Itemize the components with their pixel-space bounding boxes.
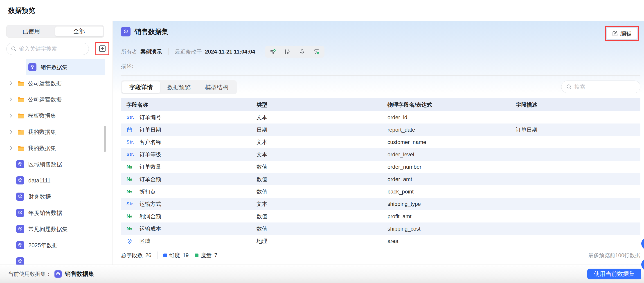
tree-item-dataset[interactable]: 区域销售数据 [0, 156, 112, 172]
field-physical: shipping_type [382, 198, 510, 210]
table-row[interactable]: 区域 地理 area [121, 235, 640, 247]
edit-button[interactable]: 编辑 [607, 28, 637, 39]
chevron-right-icon [8, 96, 14, 102]
field-desc [510, 235, 640, 247]
table-row[interactable]: №折扣点 数值 back_point [121, 185, 640, 198]
table-row[interactable]: №运输成本 数值 shipping_cost [121, 222, 640, 235]
tab-field-details[interactable]: 字段详情 [122, 82, 160, 93]
field-physical: back_point [382, 185, 510, 198]
field-desc [510, 222, 640, 235]
field-search-input[interactable] [574, 84, 636, 90]
detail-tab-group: 字段详情 数据预览 模型结构 [121, 80, 237, 94]
use-current-dataset-button[interactable]: 使用当前数据集 [587, 268, 641, 280]
description-label: 描述: [121, 62, 134, 70]
sidebar-search-input[interactable] [19, 46, 84, 52]
comment-check-icon[interactable] [314, 48, 320, 55]
total-fields-value: 26 [145, 252, 152, 258]
modal-title: 数据预览 [8, 6, 35, 15]
tab-model-structure[interactable]: 模型结构 [198, 82, 236, 93]
field-physical: order_id [382, 111, 510, 124]
string-field-icon: Str. [126, 152, 136, 157]
tab-used[interactable]: 已使用 [8, 26, 55, 36]
add-dataset-button[interactable] [97, 44, 108, 54]
field-type: 文本 [251, 111, 382, 124]
tab-all[interactable]: 全部 [55, 26, 103, 36]
dimension-value: 19 [183, 252, 189, 258]
tree-item-label: data1111 [28, 177, 51, 184]
field-desc [510, 136, 640, 148]
string-field-icon: Str. [126, 201, 136, 206]
field-desc [510, 111, 640, 124]
field-name: 订单等级 [140, 151, 161, 158]
tree-item-dataset[interactable]: 2025年数据 [0, 237, 112, 253]
folder-icon [17, 145, 25, 152]
field-name: 订单日期 [140, 126, 161, 134]
tree-folder-label: 我的数据集 [28, 144, 56, 152]
col-field-name: 字段名称 [121, 98, 251, 111]
current-dataset-label: 当前使用数据集： [8, 270, 51, 278]
edit-pencil-icon [612, 30, 618, 37]
table-row[interactable]: №订单数量 数值 order_number [121, 160, 640, 173]
tree-item-dataset[interactable]: 常见问题数据集 [0, 221, 112, 237]
table-row[interactable]: №利润金额 数值 profit_amt [121, 210, 640, 222]
dimension-legend-swatch [163, 254, 167, 257]
field-name: 运输方式 [140, 200, 161, 208]
tree-item-dataset-clipped[interactable] [0, 253, 112, 264]
tree-item-sales-dataset[interactable]: 销售数据集 [26, 59, 105, 75]
field-name: 区域 [140, 238, 150, 245]
table-row[interactable]: №订单金额 数值 order_amt [121, 173, 640, 185]
field-physical: profit_amt [382, 210, 510, 222]
sidebar-search[interactable] [6, 43, 89, 55]
dataset-cube-icon [16, 209, 24, 217]
tree-folder-label: 我的数据集 [28, 128, 56, 136]
field-desc: 订单日期 [510, 124, 640, 136]
folder-icon [17, 128, 25, 135]
modal-header: 数据预览 [0, 0, 644, 21]
number-field-icon: № [126, 188, 136, 194]
table-row[interactable]: Str.客户名称 文本 customer_name [121, 136, 640, 148]
table-row[interactable]: Str.运输方式 文本 shipping_type [121, 198, 640, 210]
field-type: 数值 [251, 185, 382, 198]
field-type: 数值 [251, 222, 382, 235]
tree-folder[interactable]: 我的数据集 [0, 140, 112, 156]
bottom-action-bar: 当前使用数据集： 销售数据集 使用当前数据集 [0, 264, 644, 283]
tree-folder[interactable]: 公司运营数据 [0, 91, 112, 108]
tree-folder[interactable]: 公司运营数据 [0, 75, 112, 91]
table-row[interactable]: 订单日期 日期 report_date 订单日期 [121, 124, 640, 136]
square-plus-icon [98, 44, 106, 53]
tab-data-preview[interactable]: 数据预览 [160, 82, 198, 93]
tree-folder[interactable]: 模板数据集 [0, 108, 112, 124]
divider [157, 252, 158, 259]
table-row[interactable]: Str.订单等级 文本 order_level [121, 148, 640, 160]
table-row[interactable]: Str.订单编号 文本 order_id [121, 111, 640, 124]
chevron-right-icon [8, 145, 14, 151]
dataset-cube-icon [16, 176, 24, 184]
dimension-label: 维度 [169, 252, 180, 259]
owner-label: 所有者 [121, 48, 137, 55]
dataset-title-row: 销售数据集 [121, 27, 168, 36]
folder-icon [17, 96, 25, 103]
dataset-tree: 销售数据集 公司运营数据 公司运营数据 模板数据集 我的数据集 [0, 59, 112, 264]
folder-icon [17, 112, 25, 119]
field-type: 数值 [251, 160, 382, 173]
lineage-icon[interactable] [284, 48, 291, 55]
dataset-cube-icon [54, 270, 62, 278]
tree-folder[interactable]: 我的数据集 [0, 124, 112, 140]
field-config-check-icon[interactable] [270, 48, 276, 55]
total-fields-label: 总字段数 [121, 252, 143, 259]
tree-item-dataset[interactable]: 年度销售数据 [0, 205, 112, 221]
tree-item-dataset[interactable]: 财务数据 [0, 188, 112, 205]
tree-item-dataset[interactable]: data1111 [0, 172, 112, 188]
sidebar-scrollbar[interactable] [104, 126, 106, 152]
field-type: 数值 [251, 173, 382, 185]
field-type: 地理 [251, 235, 382, 247]
number-field-icon: № [126, 164, 136, 170]
divider [168, 48, 168, 55]
tree-item-label: 年度销售数据 [28, 209, 62, 217]
rocket-icon[interactable] [299, 48, 305, 55]
dataset-cube-icon [16, 241, 24, 249]
preview-limit-note: 最多预览前100行数据 [588, 252, 640, 259]
field-physical: shipping_cost [382, 222, 510, 235]
red-annotation-box-add [96, 42, 109, 55]
field-search[interactable] [561, 80, 640, 93]
